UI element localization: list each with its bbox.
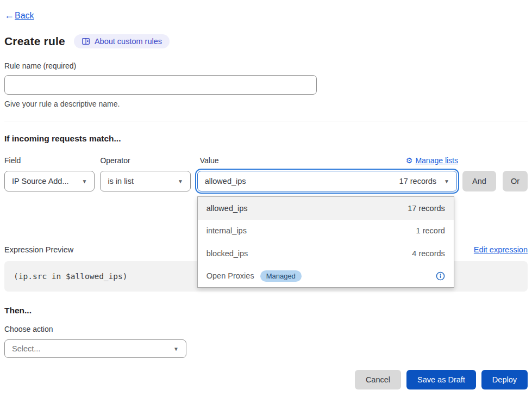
field-select[interactable]: IP Source Add... ▼ — [4, 171, 95, 191]
dropdown-item-open-proxies[interactable]: Open Proxies Managed — [198, 265, 454, 288]
rule-name-input[interactable] — [4, 75, 317, 95]
managed-badge: Managed — [260, 270, 302, 282]
list-record-count: 17 records — [408, 204, 445, 213]
section-divider — [4, 121, 528, 121]
condition-row: Field IP Source Add... ▼ Operator is in … — [4, 156, 528, 191]
save-as-draft-button[interactable]: Save as Draft — [406, 370, 476, 389]
operator-column: Operator is in list ▼ — [100, 156, 190, 191]
then-heading: Then... — [4, 306, 528, 316]
operator-select[interactable]: is in list ▼ — [100, 171, 190, 191]
info-icon[interactable] — [436, 271, 445, 281]
field-label: Field — [4, 156, 21, 165]
expression-preview-label: Expression Preview — [4, 245, 73, 254]
value-column: Value ⚙ Manage lists allowed_ips 17 reco… — [196, 156, 458, 191]
chevron-down-icon: ▼ — [444, 178, 449, 184]
or-button[interactable]: Or — [503, 171, 528, 191]
action-select[interactable]: Select... ▼ — [4, 339, 186, 358]
rule-name-label: Rule name (required) — [4, 61, 528, 70]
back-link-label[interactable]: Back — [15, 11, 34, 21]
and-button[interactable]: And — [462, 171, 496, 191]
dropdown-item-blocked-ips[interactable]: blocked_ips 4 records — [198, 242, 454, 265]
list-name: allowed_ips — [206, 204, 248, 213]
back-arrow-icon: ← — [4, 10, 14, 21]
dropdown-item-allowed-ips[interactable]: allowed_ips 17 records — [198, 197, 454, 220]
operator-select-value: is in list — [108, 177, 134, 185]
footer-actions: Cancel Save as Draft Deploy — [4, 370, 528, 389]
rule-name-helper-text: Give your rule a descriptive name. — [4, 100, 528, 108]
andor-buttons: And Or — [458, 171, 528, 191]
about-custom-rules-link[interactable]: About custom rules — [74, 34, 170, 48]
value-select-meta: 17 records — [399, 177, 437, 185]
title-row: Create rule About custom rules — [4, 34, 528, 48]
value-dropdown-menu: allowed_ips 17 records internal_ips 1 re… — [197, 196, 454, 288]
about-custom-rules-label: About custom rules — [95, 37, 162, 46]
field-column: Field IP Source Add... ▼ — [4, 156, 95, 191]
value-label: Value — [200, 156, 219, 165]
choose-action-label: Choose action — [4, 325, 528, 333]
cancel-button[interactable]: Cancel — [355, 370, 401, 389]
chevron-down-icon: ▼ — [82, 178, 87, 184]
back-link[interactable]: ← Back — [4, 10, 34, 21]
list-name: Open Proxies — [206, 271, 254, 280]
value-select-value: allowed_ips — [205, 177, 246, 185]
match-section-heading: If incoming requests match... — [4, 134, 528, 144]
page-title: Create rule — [4, 35, 65, 48]
action-select-placeholder: Select... — [12, 344, 40, 353]
gear-icon: ⚙ — [406, 156, 413, 165]
value-select[interactable]: allowed_ips 17 records ▼ — [197, 171, 457, 191]
chevron-down-icon: ▼ — [173, 346, 179, 352]
dropdown-item-internal-ips[interactable]: internal_ips 1 record — [198, 220, 454, 243]
manage-lists-link[interactable]: ⚙ Manage lists — [406, 156, 458, 165]
list-name: internal_ips — [206, 226, 247, 235]
list-record-count: 1 record — [416, 226, 445, 235]
list-name: blocked_ips — [206, 249, 248, 258]
deploy-button[interactable]: Deploy — [481, 370, 528, 389]
book-icon — [82, 37, 90, 46]
field-select-value: IP Source Add... — [12, 177, 69, 185]
manage-lists-label[interactable]: Manage lists — [415, 156, 458, 165]
chevron-down-icon: ▼ — [178, 178, 183, 184]
create-rule-page: ← Back Create rule About custom rules Ru… — [0, 0, 532, 389]
list-record-count: 4 records — [412, 249, 445, 258]
operator-label: Operator — [100, 156, 130, 165]
edit-expression-link[interactable]: Edit expression — [474, 245, 528, 254]
expression-code-text: (ip.src in $allowed_ips) — [14, 272, 128, 281]
